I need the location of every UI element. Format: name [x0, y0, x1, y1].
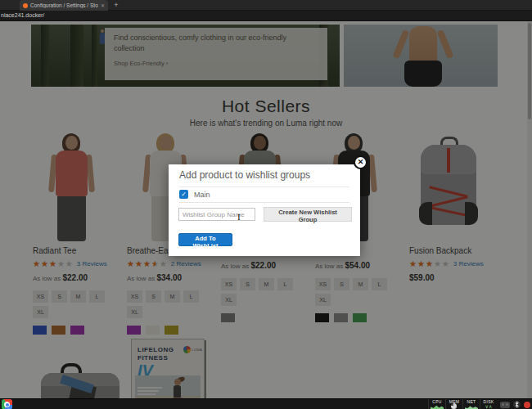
chrome-taskbar-icon[interactable]	[2, 399, 12, 409]
browser-tab[interactable]: Configuration / Settings / Sto ✕	[20, 0, 108, 11]
monitor-cpu: CPU	[428, 399, 445, 409]
bluetooth-icon[interactable]	[513, 401, 521, 408]
add-to-wishlist-button[interactable]: Add To WishList	[178, 233, 232, 246]
taskbar: CPUMEMNETDISK	[0, 398, 532, 409]
new-tab-button[interactable]: +	[111, 1, 121, 10]
binoculars-icon[interactable]	[500, 402, 510, 408]
modal-title: Add product to wishlist groups	[179, 169, 310, 181]
wishlist-group-name-input[interactable]	[178, 208, 255, 221]
checkbox-label: Main	[194, 191, 210, 199]
url-bar[interactable]: nlace241.docker/	[0, 11, 532, 21]
record-icon[interactable]	[524, 402, 530, 408]
wishlist-modal: Add product to wishlist groups ✓ Main I …	[169, 164, 360, 256]
divider	[179, 202, 349, 203]
modal-close-button[interactable]: ✕	[354, 155, 367, 169]
tab-title: Configuration / Settings / Sto	[30, 2, 98, 8]
url-text: nlace241.docker/	[1, 12, 44, 18]
divider	[179, 187, 349, 187]
store-page: Find conscientious, comfy clothing in ou…	[0, 21, 532, 398]
monitor-disk: DISK	[480, 399, 497, 409]
tray-icons	[497, 401, 530, 408]
system-tray: CPUMEMNETDISK	[428, 399, 530, 409]
browser-tab-bar: Configuration / Settings / Sto ✕ +	[0, 0, 532, 11]
system-monitors: CPUMEMNETDISK	[428, 399, 497, 409]
text-cursor-icon: I	[237, 213, 241, 222]
tab-favicon-icon	[23, 3, 28, 8]
tab-close-icon[interactable]: ✕	[101, 2, 105, 8]
main-group-checkbox[interactable]: ✓	[179, 190, 188, 199]
create-wishlist-group-button[interactable]: Create New Wishlist Group	[264, 207, 352, 222]
monitor-net: NET	[462, 399, 480, 409]
monitor-mem: MEM	[445, 399, 462, 409]
